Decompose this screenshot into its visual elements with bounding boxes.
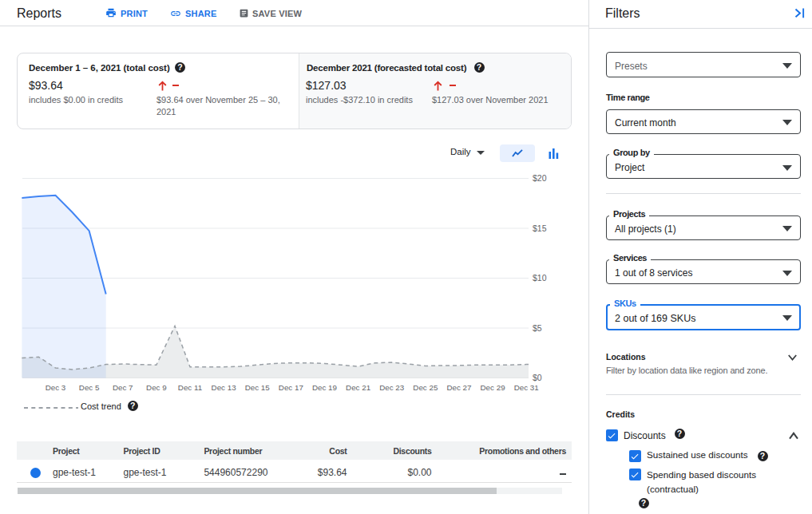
svg-text:Dec 5: Dec 5 bbox=[79, 383, 100, 392]
svg-text:Dec 29: Dec 29 bbox=[481, 383, 505, 392]
svg-text:$20: $20 bbox=[533, 173, 547, 183]
svg-text:Dec 27: Dec 27 bbox=[446, 383, 471, 392]
svg-text:$15: $15 bbox=[533, 223, 547, 233]
svg-text:Dec 17: Dec 17 bbox=[279, 383, 303, 392]
svg-text:Dec 23: Dec 23 bbox=[379, 383, 405, 392]
svg-text:Dec 15: Dec 15 bbox=[245, 383, 271, 392]
svg-text:Dec 21: Dec 21 bbox=[346, 383, 370, 392]
svg-text:$5: $5 bbox=[533, 323, 542, 333]
svg-text:Dec 3: Dec 3 bbox=[46, 383, 66, 392]
svg-text:$0: $0 bbox=[533, 373, 542, 382]
svg-text:$10: $10 bbox=[533, 273, 547, 283]
svg-text:Dec 13: Dec 13 bbox=[212, 383, 237, 392]
svg-text:Dec 31: Dec 31 bbox=[514, 383, 539, 392]
svg-text:Dec 11: Dec 11 bbox=[178, 383, 202, 392]
svg-text:Dec 7: Dec 7 bbox=[113, 383, 133, 392]
svg-text:Dec 9: Dec 9 bbox=[146, 383, 167, 392]
svg-text:Dec 25: Dec 25 bbox=[413, 383, 438, 392]
svg-text:Dec 19: Dec 19 bbox=[312, 383, 337, 392]
